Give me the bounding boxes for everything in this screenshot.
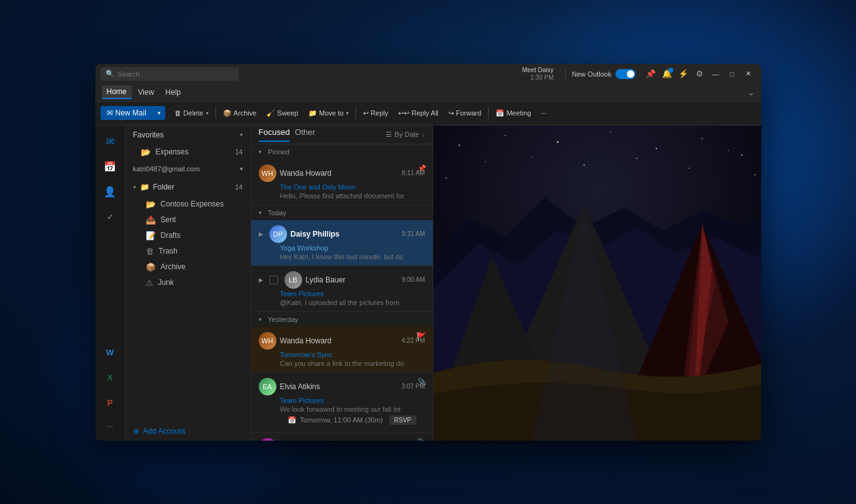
maximize-btn[interactable]: □ xyxy=(725,67,740,82)
moveto-dropdown-arrow: ▾ xyxy=(346,110,349,116)
svg-point-8 xyxy=(485,161,486,162)
main-content: ✉ 📅 👤 ✓ W X P ··· Favorites ▾ 📂 Expenses… xyxy=(95,126,761,441)
sweep-button[interactable]: 🧹 Sweep xyxy=(262,107,303,120)
svg-point-4 xyxy=(610,131,610,132)
junk-label: Junk xyxy=(158,278,174,287)
email-item-5[interactable]: EA Elvia Atikins 3:07 PM Team Pictures W… xyxy=(251,373,433,433)
sidebar-item-calendar[interactable]: 📅 xyxy=(99,156,121,178)
favorites-collapse-icon: ▾ xyxy=(240,132,243,138)
reading-pane xyxy=(433,126,761,441)
contoso-icon: 📂 xyxy=(146,200,156,209)
attach-icon-6: 📎 xyxy=(418,438,426,441)
section-yesterday[interactable]: ▾ Yesterday xyxy=(251,312,433,327)
yesterday-collapse-icon: ▾ xyxy=(259,316,262,323)
email-preview-2: Hey Katri, I know this last minute, but … xyxy=(259,253,425,260)
lightning-btn[interactable]: ⚡ xyxy=(676,67,691,82)
svg-point-5 xyxy=(656,147,657,149)
email-avatar-6: KP xyxy=(259,438,276,441)
toolbar: ✉ New Mail ▾ 🗑 Delete ▾ 📦 Archive 🧹 Swee… xyxy=(95,102,761,126)
section-pinned[interactable]: ▾ Pinned xyxy=(251,144,433,159)
tab-other[interactable]: Other xyxy=(295,127,315,142)
notification-btn[interactable]: 🔔 xyxy=(659,67,675,82)
title-bar-right: Meet Daisy 1:30 PM New Outlook 📌 🔔 ⚡ ⚙ —… xyxy=(523,67,756,82)
yesterday-label: Yesterday xyxy=(268,316,299,323)
email-preview-5: We look forwawrd to meeting our fall int xyxy=(259,405,425,413)
favorites-label: Favorites xyxy=(133,131,164,139)
chevron-down-icon[interactable]: ⌄ xyxy=(747,87,755,97)
sidebar-item-powerpoint[interactable]: P xyxy=(99,392,121,414)
svg-point-6 xyxy=(702,137,703,139)
email-subject-1: The One and Only Moon xyxy=(259,183,425,191)
nav-item-sent[interactable]: 📤 Sent xyxy=(126,212,251,228)
nav-item-expenses[interactable]: 📂 Expenses 14 xyxy=(126,144,251,160)
email-item-6[interactable]: KP Kristin Patterson 📎 xyxy=(251,433,433,441)
title-bar: 🔍 Meet Daisy 1:30 PM New Outlook 📌 🔔 xyxy=(95,64,761,84)
outlook-window: 🔍 Meet Daisy 1:30 PM New Outlook 📌 🔔 xyxy=(95,64,761,441)
add-account-btn[interactable]: ⊕ Add Account xyxy=(126,422,251,441)
new-mail-button[interactable]: ✉ New Mail xyxy=(100,106,153,120)
checkbox-3[interactable] xyxy=(269,276,278,284)
calendar-event-icon: 📅 xyxy=(288,416,296,424)
sidebar-item-word[interactable]: W xyxy=(99,341,121,364)
settings-btn[interactable]: ⚙ xyxy=(692,67,707,82)
email-item-6-header: KP Kristin Patterson xyxy=(259,438,425,441)
rsvp-button[interactable]: RSVP xyxy=(389,416,416,425)
menu-view[interactable]: View xyxy=(133,86,160,99)
separator xyxy=(565,69,566,79)
sidebar-item-people[interactable]: 👤 xyxy=(99,181,121,203)
email-preview-1: Hello, Please find attached document for xyxy=(259,192,425,200)
move-to-button[interactable]: 📁 Move to ▾ xyxy=(304,107,353,120)
meet-daisy-time: 1:30 PM xyxy=(523,74,554,82)
sidebar-item-excel[interactable]: X xyxy=(99,367,121,389)
reply-button[interactable]: ↩ Reply xyxy=(359,107,393,120)
minimize-btn[interactable]: — xyxy=(708,67,723,82)
email-item-4[interactable]: WH Wanda Howard 4:22 PM Tomorrow's Sync … xyxy=(251,327,433,373)
email-subject-3: Team Pictures xyxy=(259,290,425,298)
sidebar-item-mail[interactable]: ✉ xyxy=(99,131,121,153)
nav-item-archive[interactable]: 📦 Archive xyxy=(126,259,251,275)
search-bar[interactable]: 🔍 xyxy=(100,67,239,81)
event-time-5: Tomorrow, 11:00 AM (30m) xyxy=(300,416,383,424)
svg-point-1 xyxy=(458,144,460,146)
forward-button[interactable]: ↪ Forward xyxy=(444,107,485,120)
email-item-2[interactable]: ▶ DP Daisy Phillips 9:31 AM Yoga Worksho… xyxy=(251,220,433,266)
search-input[interactable] xyxy=(118,70,234,78)
archive-button[interactable]: 📦 Archive xyxy=(219,107,261,120)
new-outlook-toggle[interactable] xyxy=(615,69,636,79)
tab-focused[interactable]: Focused xyxy=(259,127,290,142)
favorites-header[interactable]: Favorites ▾ xyxy=(126,126,251,144)
meeting-button[interactable]: 📅 Meeting xyxy=(491,107,535,120)
pin-icon-btn[interactable]: 📌 xyxy=(643,67,658,82)
email-sender-5: Elvia Atikins xyxy=(280,382,398,391)
delete-dropdown-arrow: ▾ xyxy=(206,110,209,116)
menu-help[interactable]: Help xyxy=(160,86,186,99)
expenses-count: 14 xyxy=(235,148,242,156)
menu-home[interactable]: Home xyxy=(102,85,132,99)
nav-item-junk[interactable]: ⚠ Junk xyxy=(126,275,251,291)
new-mail-dropdown[interactable]: ▾ xyxy=(153,106,165,120)
expand-icon-2: ▶ xyxy=(259,231,263,237)
add-icon: ⊕ xyxy=(133,427,139,436)
sent-icon: 📤 xyxy=(146,215,156,225)
email-avatar-2: DP xyxy=(269,225,287,243)
expenses-label: Expenses xyxy=(156,147,189,156)
nav-item-trash[interactable]: 🗑 Trash xyxy=(126,244,251,259)
sidebar-item-more[interactable]: ··· xyxy=(102,417,118,436)
sort-group[interactable]: ☰ By Date ↓ xyxy=(386,126,425,144)
email-avatar-4: WH xyxy=(259,332,276,350)
close-btn[interactable]: ✕ xyxy=(741,67,756,82)
new-outlook-section: New Outlook xyxy=(572,69,636,79)
email-list: ▾ Pinned WH Wanda Howard 8:11 AM The One… xyxy=(251,144,433,441)
reply-all-button[interactable]: ↩↩ Reply All xyxy=(394,107,443,120)
sidebar-item-tasks[interactable]: ✓ xyxy=(99,206,121,228)
nav-item-contoso-expenses[interactable]: 📂 Contoso Expenses xyxy=(126,196,251,212)
email-item-3[interactable]: ▶ LB Lydia Bauer 9:00 AM Team Pictures @… xyxy=(251,266,433,312)
delete-button[interactable]: 🗑 Delete ▾ xyxy=(170,107,213,119)
section-today[interactable]: ▾ Today xyxy=(251,205,433,220)
email-item-2-header: ▶ DP Daisy Phillips 9:31 AM xyxy=(259,225,425,243)
nav-item-drafts[interactable]: 📝 Drafts xyxy=(126,228,251,244)
email-item-1[interactable]: WH Wanda Howard 8:11 AM The One and Only… xyxy=(251,159,433,205)
sent-label: Sent xyxy=(161,215,176,224)
folder-header[interactable]: ▾ 📁 Folder 14 xyxy=(126,178,251,196)
more-options-button[interactable]: ··· xyxy=(537,107,551,119)
